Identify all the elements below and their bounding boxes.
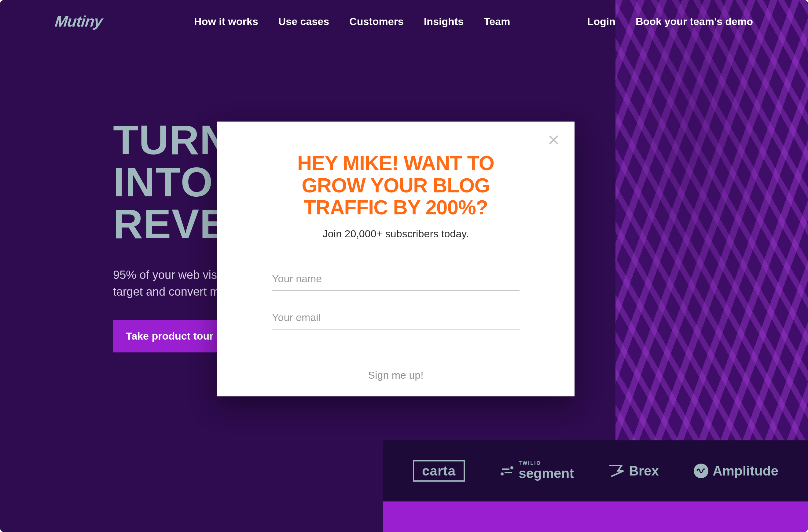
name-field[interactable] [272, 267, 519, 291]
nav-insights[interactable]: Insights [424, 16, 464, 27]
nav-login[interactable]: Login [587, 16, 616, 27]
secondary-nav: Login Book your team's demo [587, 16, 753, 27]
hero-title: TURN INTO REVE [113, 119, 230, 245]
amplitude-icon [694, 463, 709, 478]
signup-button[interactable]: Sign me up! [368, 369, 423, 381]
primary-nav: How it works Use cases Customers Insight… [194, 16, 510, 27]
brex-icon [609, 465, 625, 477]
landing-page: Mutiny How it works Use cases Customers … [0, 0, 808, 532]
signup-form: Sign me up! [272, 267, 519, 381]
hero-sub-line-1: 95% of your web visit [113, 268, 223, 281]
hero-subtitle: 95% of your web visit target and convert… [113, 267, 230, 300]
decorative-pattern [616, 0, 808, 452]
hero-title-line-3: REVE [113, 201, 228, 247]
product-tour-button[interactable]: Take product tour [113, 320, 226, 353]
close-icon[interactable] [548, 134, 560, 146]
hero-title-line-2: INTO [113, 159, 213, 205]
hero-sub-line-2: target and convert m [113, 285, 220, 298]
signup-modal: HEY MIKE! WANT TO GROW YOUR BLOG TRAFFIC… [217, 121, 574, 396]
segment-logo-text: segment [519, 466, 574, 481]
modal-subtitle: Join 20,000+ subscribers today. [272, 228, 519, 240]
brand-logo[interactable]: Mutiny [54, 13, 103, 30]
carta-logo-text: carta [413, 460, 465, 481]
modal-title: HEY MIKE! WANT TO GROW YOUR BLOG TRAFFIC… [272, 152, 519, 218]
client-logo-brex: Brex [609, 463, 659, 478]
svg-point-1 [501, 473, 503, 475]
client-logos-strip: carta TWILIO segment Brex [383, 440, 808, 501]
amplitude-logo-text: Amplitude [713, 463, 778, 478]
segment-small-text: TWILIO [519, 461, 574, 466]
segment-icon [500, 463, 514, 478]
client-logo-carta: carta [413, 460, 465, 481]
nav-book-demo[interactable]: Book your team's demo [636, 16, 753, 27]
brex-logo-text: Brex [629, 463, 659, 478]
nav-use-cases[interactable]: Use cases [278, 16, 329, 27]
client-logo-segment: TWILIO segment [500, 461, 574, 481]
svg-point-0 [511, 467, 513, 469]
nav-team[interactable]: Team [484, 16, 510, 27]
email-field[interactable] [272, 306, 519, 329]
nav-customers[interactable]: Customers [349, 16, 404, 27]
decorative-bottom-bar [383, 501, 808, 532]
hero-title-line-1: TURN [113, 117, 230, 163]
client-logo-amplitude: Amplitude [694, 463, 778, 478]
hero: TURN INTO REVE 95% of your web visit tar… [113, 119, 230, 353]
nav-how-it-works[interactable]: How it works [194, 16, 258, 27]
site-header: Mutiny How it works Use cases Customers … [0, 0, 808, 43]
